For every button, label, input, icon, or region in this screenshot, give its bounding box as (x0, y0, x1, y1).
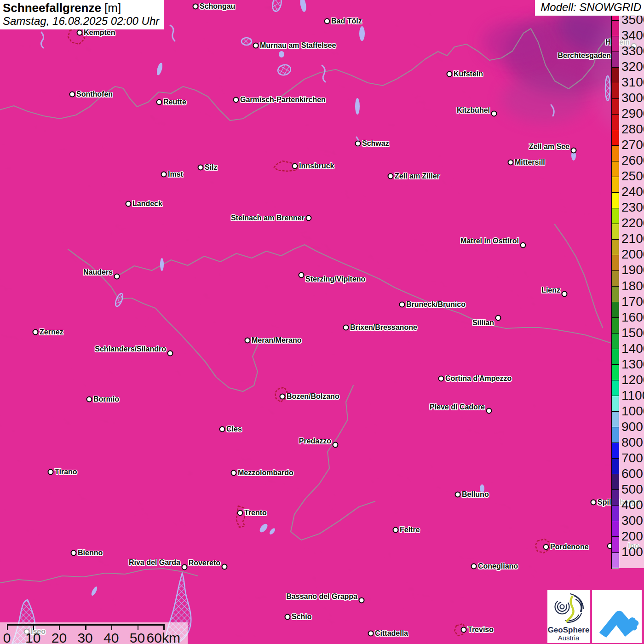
city-dot (495, 315, 501, 321)
city-label: Pieve di Cadore (430, 403, 485, 411)
city-dot (343, 325, 349, 331)
city-label: Berchtesgaden (558, 52, 611, 60)
city-label: Mezzolombardo (238, 469, 293, 477)
legend-tick-label: 2800 (621, 122, 644, 137)
city-dot (193, 4, 199, 10)
city-label: Kempten (84, 29, 115, 37)
unit-text: [m] (104, 1, 121, 15)
city-dot (455, 492, 461, 498)
legend-segment (612, 83, 619, 98)
legend-segment (612, 349, 619, 364)
city-dot (233, 97, 239, 103)
legend-tick-label: 1100 (621, 388, 644, 403)
legend-tick-label: 800 (621, 435, 643, 450)
city-label: Bad Tölz (331, 17, 362, 25)
city-label: Matrei in Osttirol (460, 237, 519, 245)
legend-tick-label: 3100 (621, 75, 644, 90)
city-dot (388, 173, 394, 179)
model-box: Modell: SNOWGRID (535, 0, 644, 16)
city-label: Cittadella (375, 629, 408, 638)
city-label: Zell am Ziller (395, 172, 440, 180)
city-label: Nauders (83, 268, 113, 276)
city-dot (126, 201, 132, 207)
legend-segment (612, 443, 619, 458)
legend-segment (612, 98, 619, 114)
map-datetime: Samstag, 16.08.2025 02:00 Uhr (3, 15, 159, 27)
legend-segment (612, 489, 619, 505)
legend-tick-label: 2200 (621, 216, 644, 231)
city-label: Lienz (541, 286, 560, 294)
legend-segment (612, 270, 619, 286)
city-dot (198, 165, 204, 171)
lake-kochelsee (279, 51, 284, 58)
legend-tick-label: 2000 (621, 247, 644, 262)
scalebar-tick (163, 624, 165, 630)
city-dot (280, 394, 286, 400)
legend-tick-label: 1400 (621, 341, 644, 356)
legend-tick-label: 300 (621, 513, 643, 528)
title-text: Schneefallgrenze (3, 1, 101, 15)
legend-tick-label: 2900 (621, 107, 644, 121)
city-dot (359, 598, 365, 604)
legend-segment (612, 458, 619, 474)
legend-segment (612, 302, 619, 317)
city-label: Treviso (468, 626, 494, 634)
city-label: Cortina d'Ampezzo (445, 374, 512, 383)
city-dot (219, 426, 225, 432)
city-label: Zernez (40, 328, 63, 336)
scalebar-number: 40 (104, 630, 119, 644)
title-unit (101, 1, 104, 15)
city-dot (591, 500, 597, 506)
city-label: Rovereto (189, 559, 220, 567)
legend-tick-label: 900 (621, 420, 643, 434)
lake-gepatsch (160, 258, 164, 271)
legend-tick-label: 100 (621, 545, 643, 559)
legend-tick-label: 1800 (621, 279, 644, 293)
distance-scalebar: 0102030405060km (0, 622, 188, 644)
city-label: Conegliano (478, 562, 518, 570)
legend-tick-label: 700 (621, 451, 643, 466)
legend-segment (612, 20, 619, 36)
city-label: Garmisch-Partenkirchen (240, 96, 326, 104)
legend-tick-label: 3300 (621, 44, 644, 58)
city-dot (69, 92, 75, 98)
legend-tick-label: 3200 (621, 59, 644, 74)
scalebar-tick (138, 624, 139, 630)
legend-segment (612, 177, 619, 192)
city-dot (86, 397, 92, 402)
legend-tick-label: 200 (621, 529, 643, 544)
city-label: Zell am See (529, 143, 569, 151)
legend-tick-label: 2600 (621, 154, 644, 168)
legend-tick-label: 2100 (621, 232, 644, 247)
city-label: Brixen/Bressanone (350, 323, 417, 332)
city-dot (486, 408, 492, 414)
model-name: Modell: SNOWGRID (540, 1, 641, 13)
city-dot (520, 242, 526, 248)
legend-tick-label: 1300 (621, 357, 644, 372)
scalebar-tick (85, 624, 86, 630)
city-dot (368, 631, 374, 637)
scalebar-number: 0 (3, 630, 11, 644)
city-label: Schio (292, 613, 312, 621)
legend-segment (612, 161, 619, 177)
legend-segment (612, 474, 619, 489)
city-dot (324, 18, 330, 24)
scalebar-number: 50 (130, 630, 145, 644)
legend-tick-label: 1900 (621, 263, 644, 278)
scalebar-number: 20 (52, 630, 67, 644)
city-label: Feltre (400, 526, 420, 534)
city-dot (292, 163, 298, 169)
legend-tick-label: 1700 (621, 294, 644, 309)
city-label: Landeck (132, 200, 162, 208)
city-dot (182, 564, 188, 570)
city-label: Sterzing/Vipiteno (305, 275, 365, 283)
city-label: Bruneck/Brunico (406, 300, 466, 309)
legend-color-bar (611, 13, 619, 569)
legend-segment (612, 364, 619, 380)
legend-tick-label: 1000 (621, 404, 644, 419)
legend-segment (612, 536, 619, 552)
city-dot (253, 43, 259, 49)
city-label: Meran/Merano (252, 336, 301, 345)
city-dot (491, 111, 497, 117)
partner-logo-box (592, 590, 642, 643)
